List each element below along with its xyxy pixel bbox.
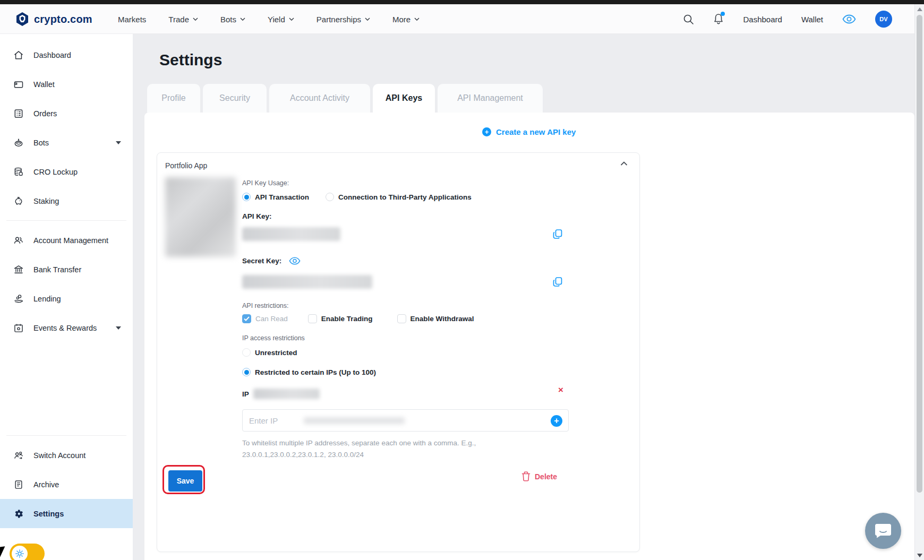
ip-option-unrestricted-row: Unrestricted	[242, 348, 297, 357]
ip-input-wrap: +	[242, 409, 569, 432]
support-chat-button[interactable]	[865, 513, 901, 549]
sidebar-item-dashboard[interactable]: Dashboard	[0, 40, 133, 70]
expand-caret-icon[interactable]	[116, 326, 121, 330]
collapse-chevron-icon[interactable]	[620, 161, 628, 166]
sidebar-item-lending[interactable]: Lending	[0, 284, 133, 313]
window-top-strip	[0, 0, 924, 4]
nav-item-markets[interactable]: Markets	[118, 15, 146, 24]
theme-toggle-knob	[12, 546, 28, 560]
sidebar-item-orders[interactable]: Orders	[0, 99, 133, 128]
nav-link-wallet[interactable]: Wallet	[801, 15, 823, 24]
nav-link-dashboard[interactable]: Dashboard	[743, 15, 782, 24]
ip-helper-line1: To whitelist multiple IP addresses, sepa…	[242, 439, 476, 447]
tab-api-management[interactable]: API Management	[438, 84, 543, 113]
nav-right-cluster: Dashboard Wallet DV	[683, 4, 892, 34]
privacy-eye-icon[interactable]	[842, 14, 856, 24]
sidebar-item-staking[interactable]: Staking	[0, 186, 133, 216]
gear-icon	[13, 509, 24, 519]
crypto-logo[interactable]: crypto.com	[15, 12, 92, 27]
tab-api-keys[interactable]: API Keys	[373, 84, 435, 113]
chat-bubble-icon	[874, 522, 892, 539]
api-key-name: Portfolio App	[165, 161, 207, 170]
orders-list-icon	[13, 108, 24, 119]
radio-api-transaction[interactable]	[242, 193, 251, 201]
sidebar-divider	[6, 435, 126, 436]
copy-api-key-icon[interactable]	[552, 229, 563, 239]
checkbox-enable-withdrawal[interactable]	[397, 314, 406, 323]
sidebar-item-wallet[interactable]: Wallet	[0, 70, 133, 99]
ip-entry-row: IP	[242, 389, 320, 399]
plus-circle-icon: +	[482, 127, 491, 136]
piggy-bank-icon	[13, 196, 24, 206]
sidebar-item-bank-transfer[interactable]: Bank Transfer	[0, 255, 133, 284]
sidebar-divider	[6, 220, 126, 221]
users-icon	[13, 235, 24, 246]
chevron-down-icon	[414, 18, 420, 21]
radio-restricted-ips[interactable]	[242, 368, 251, 376]
radio-unrestricted-label: Unrestricted	[255, 349, 297, 357]
secret-key-label: Secret Key:	[242, 257, 281, 265]
notifications-bell-icon[interactable]	[713, 13, 724, 25]
api-key-value-blurred	[242, 227, 340, 241]
crypto-logo-text: crypto.com	[34, 13, 92, 25]
nav-item-more[interactable]: More	[392, 15, 420, 24]
radio-third-party[interactable]	[326, 193, 334, 201]
delete-api-key-button[interactable]: Delete	[521, 471, 557, 481]
tab-account-activity[interactable]: Account Activity	[269, 84, 370, 113]
nav-item-bots[interactable]: Bots	[220, 15, 245, 24]
trash-icon	[521, 471, 531, 481]
checkbox-can-read[interactable]	[242, 314, 251, 323]
settings-tabs: Profile Security Account Activity API Ke…	[147, 84, 543, 113]
radio-restricted-ips-label: Restricted to certain IPs (Up to 100)	[255, 368, 376, 376]
scrollbar-down-arrow[interactable]	[917, 554, 922, 557]
restrictions-checkboxes: Can Read Enable Trading Enable Withdrawa…	[242, 314, 474, 323]
ip-option-restricted-row: Restricted to certain IPs (Up to 100)	[242, 368, 376, 376]
coins-stack-icon	[13, 167, 24, 177]
user-avatar[interactable]: DV	[875, 11, 892, 28]
archive-doc-icon	[13, 479, 24, 490]
chevron-down-icon	[365, 18, 370, 21]
sidebar-item-events-rewards[interactable]: Events & Rewards	[0, 313, 133, 342]
page-title: Settings	[159, 51, 222, 69]
sidebar-item-archive[interactable]: Archive	[0, 470, 133, 499]
remove-ip-icon[interactable]: ×	[558, 385, 563, 394]
ip-access-restrictions-label: IP access restrictions	[242, 334, 305, 342]
checkbox-enable-withdrawal-label: Enable Withdrawal	[410, 315, 474, 323]
secret-key-row: Secret Key:	[242, 257, 301, 265]
sidebar-item-cro-lockup[interactable]: CRO Lockup	[0, 157, 133, 186]
crypto-settings-screen: crypto.com Markets Trade Bots Yield Part…	[0, 0, 924, 560]
wallet-icon	[13, 79, 24, 90]
sidebar-item-account-management[interactable]: Account Management	[0, 226, 133, 255]
ip-input-blur-artifact	[304, 417, 405, 424]
api-key-label: API Key:	[242, 212, 272, 220]
nav-menu: Markets Trade Bots Yield Partnerships Mo…	[118, 4, 420, 34]
nav-item-yield[interactable]: Yield	[268, 15, 294, 24]
sidebar-item-bots[interactable]: Bots	[0, 128, 133, 157]
nav-item-partnerships[interactable]: Partnerships	[316, 15, 370, 24]
copy-secret-key-icon[interactable]	[552, 277, 563, 287]
theme-toggle[interactable]	[10, 544, 45, 560]
tab-profile[interactable]: Profile	[147, 84, 200, 113]
chevron-down-icon	[193, 18, 198, 21]
nav-item-trade[interactable]: Trade	[168, 15, 198, 24]
create-api-key-link[interactable]: + Create a new API key	[482, 127, 576, 136]
reveal-secret-eye-icon[interactable]	[289, 257, 301, 265]
checkbox-enable-trading-label: Enable Trading	[321, 315, 373, 323]
vertical-scrollbar[interactable]	[914, 4, 924, 560]
save-button[interactable]: Save	[168, 470, 202, 492]
sidebar-item-settings[interactable]: Settings	[0, 499, 133, 528]
checkbox-enable-trading[interactable]	[308, 314, 317, 323]
search-icon[interactable]	[683, 14, 694, 25]
radio-third-party-label: Connection to Third-Party Applications	[338, 193, 472, 201]
api-key-card: Portfolio App API Key Usage: API Transac…	[157, 152, 640, 552]
scrollbar-thumb[interactable]	[917, 15, 922, 493]
tab-security[interactable]: Security	[203, 84, 267, 113]
expand-caret-icon[interactable]	[116, 141, 121, 144]
add-ip-button[interactable]: +	[551, 415, 562, 427]
home-icon	[13, 50, 24, 61]
radio-unrestricted[interactable]	[242, 348, 251, 357]
sidebar-item-switch-account[interactable]: Switch Account	[0, 441, 133, 470]
hand-coins-icon	[13, 294, 24, 304]
notification-dot	[721, 12, 725, 16]
scrollbar-up-arrow[interactable]	[917, 7, 922, 11]
